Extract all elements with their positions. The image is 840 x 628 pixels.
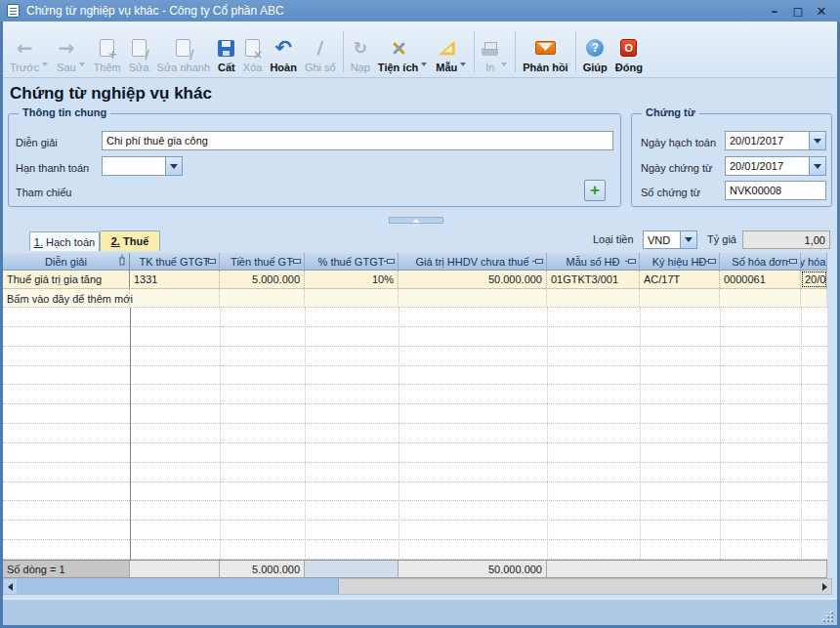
pin-icon[interactable] [535, 259, 543, 264]
toolbar-separator [343, 31, 344, 72]
add-reference-plus-icon: + [590, 182, 600, 198]
pin-icon[interactable] [789, 259, 797, 264]
add-button[interactable]: Thêm [90, 33, 125, 75]
toolbar-separator [575, 31, 576, 72]
status-bar [3, 598, 837, 625]
pin-icon[interactable] [387, 259, 395, 264]
column-header-so-hoa-don[interactable]: Số hóa đơn [720, 253, 801, 270]
scrollbar-thumb[interactable] [17, 579, 339, 594]
document-legend: Chứng từ [642, 106, 699, 118]
cell-so-hoa-don[interactable]: 0000061 [720, 271, 801, 288]
general-info-groupbox: Thông tin chung [8, 113, 621, 207]
delete-button[interactable]: Xóa [239, 33, 267, 75]
cell-ky-hieu[interactable]: AC/17T [640, 271, 720, 288]
set-square-icon [439, 41, 455, 56]
column-header-ky-hieu[interactable]: Ký hiệu HĐ [640, 253, 720, 270]
column-header-pct-thue[interactable]: % thuế GTGT [305, 253, 399, 270]
previous-button[interactable]: ← Trước [6, 33, 53, 75]
posting-date-label: Ngày hạch toán [641, 137, 716, 148]
toolbar-separator [474, 31, 475, 72]
arrow-right-icon: → [58, 38, 74, 58]
arrow-left-icon [8, 583, 13, 591]
print-dropdown-caret[interactable] [501, 63, 507, 66]
scroll-right-button[interactable] [819, 579, 831, 594]
window-title: Chứng từ nghiệp vụ khác - Công ty Cổ phầ… [26, 4, 284, 18]
scroll-left-button[interactable] [4, 579, 17, 594]
app-window: Chứng từ nghiệp vụ khác - Công ty Cổ phầ… [0, 0, 840, 628]
save-button[interactable]: Cất [214, 33, 239, 75]
column-header-tk-thue[interactable]: TK thuế GTGT [130, 253, 220, 270]
envelope-icon [535, 41, 556, 55]
cell-tien-thue[interactable]: 5.000.000 [220, 271, 305, 288]
cell-tk-thue[interactable]: 1331 [130, 271, 220, 288]
pencil-icon: / [316, 39, 323, 57]
document-edit-icon [132, 39, 147, 57]
posting-date-picker[interactable]: 20/01/2017 [725, 131, 826, 150]
resize-grip[interactable] [821, 610, 834, 623]
reload-icon: ↻ [354, 40, 367, 57]
scrollbar-trough[interactable] [339, 579, 819, 594]
quick-edit-button[interactable]: Sửa nhanh [153, 33, 214, 75]
chevron-down-icon[interactable] [680, 231, 696, 248]
payment-term-combobox[interactable] [102, 156, 183, 176]
cell-mau-so[interactable]: 01GTKT3/001 [547, 271, 640, 288]
cell-gia-tri[interactable]: 50.000.000 [399, 271, 547, 288]
column-header-tien-thue[interactable]: Tiền thuế GT [220, 253, 305, 270]
pin-icon[interactable] [708, 259, 716, 264]
horizontal-scrollbar[interactable] [3, 578, 832, 595]
utilities-button[interactable]: Tiện ích [374, 33, 432, 75]
utilities-dropdown-caret[interactable] [421, 63, 427, 66]
print-button[interactable]: In [478, 33, 512, 75]
cell-ngay-hoa-don[interactable]: 20/01/2017 [801, 271, 827, 288]
chevron-down-icon[interactable] [809, 132, 825, 149]
document-delete-icon [245, 39, 260, 57]
maximize-button[interactable]: ◻ [791, 4, 805, 18]
cell-dien-giai[interactable]: Thuế giá trị gia tăng [3, 271, 130, 288]
cell-pct-thue[interactable]: 10% [305, 271, 399, 288]
description-input[interactable]: Chi phí thuê gia công [102, 131, 613, 150]
chevron-down-icon[interactable] [165, 157, 182, 175]
template-dropdown-caret[interactable] [460, 63, 466, 66]
close-form-button[interactable]: O Đóng [611, 33, 647, 75]
column-header-dien-giai[interactable]: Diễn giải [3, 253, 130, 270]
template-button[interactable]: Mẫu [432, 33, 471, 75]
pin-icon[interactable] [120, 258, 125, 266]
reload-button[interactable]: ↻ Nạp [347, 33, 374, 75]
add-row-text[interactable]: Bấm vào đây để thêm mới [7, 289, 133, 308]
document-date-label: Ngày chứng từ [641, 162, 712, 174]
help-button[interactable]: ? Giúp [579, 33, 611, 75]
feedback-button[interactable]: Phản hồi [519, 33, 571, 75]
document-number-input[interactable]: NVK00008 [725, 181, 826, 200]
grid-data-row[interactable]: Thuế giá trị gia tăng 1331 5.000.000 10%… [3, 271, 827, 289]
previous-dropdown-caret[interactable] [42, 63, 48, 66]
reference-label: Tham chiếu [16, 187, 71, 198]
undo-button[interactable]: ↶ Hoàn [266, 33, 301, 75]
toolbar: ← Trước → Sau Thêm Sửa Sửa nhanh Cất Xóa [0, 21, 840, 78]
column-header-mau-so[interactable]: Mẫu số HĐ [547, 253, 640, 270]
save-floppy-icon [218, 40, 234, 57]
row-count-label: Số dòng = 1 [3, 561, 130, 578]
pin-icon[interactable] [208, 259, 216, 264]
column-header-ngay-hoa-don[interactable]: Ngày hóa đơn [801, 253, 827, 270]
currency-combobox[interactable]: VND [643, 230, 697, 249]
post-ledger-button[interactable]: / Ghi sổ [301, 33, 340, 75]
next-dropdown-caret[interactable] [79, 63, 85, 66]
document-date-picker[interactable]: 20/01/2017 [725, 156, 826, 176]
minimize-button[interactable]: – [768, 4, 781, 18]
collapse-splitter-handle[interactable] [389, 217, 443, 224]
grid-add-row[interactable]: Bấm vào đây để thêm mới [3, 289, 827, 308]
exchange-rate-field: 1,00 [742, 230, 830, 249]
undo-arrow-icon: ↶ [274, 38, 292, 59]
column-header-gia-tri[interactable]: Giá trị HHDV chưa thuế [399, 253, 547, 270]
pin-icon[interactable] [628, 259, 636, 264]
edit-button[interactable]: Sửa [125, 33, 153, 75]
close-button[interactable]: ✕ [815, 4, 828, 18]
document-quick-edit-icon [176, 39, 190, 57]
chevron-down-icon[interactable] [809, 157, 825, 175]
pin-icon[interactable] [293, 259, 301, 264]
tab-hach-toan[interactable]: 1. Hạch toán [29, 231, 100, 251]
add-reference-button[interactable]: + [584, 180, 606, 201]
chevron-up-icon [412, 219, 420, 223]
tab-thue[interactable]: 2. Thuế [100, 230, 160, 251]
next-button[interactable]: → Sau [53, 33, 90, 75]
